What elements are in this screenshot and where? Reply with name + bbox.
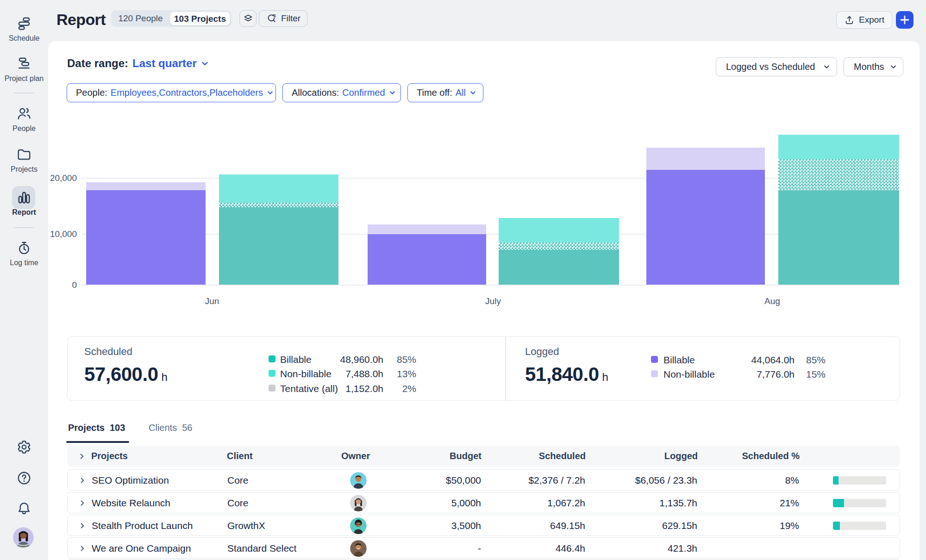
bar-segment-logged-billable	[86, 190, 206, 285]
table-row[interactable]: We are One Campaign Standard Select - 44…	[67, 537, 900, 559]
date-range-value: Last quarter	[132, 57, 197, 70]
legend-row-logged-nonbillable: Non-billable 7,776.0h 15%	[651, 369, 830, 379]
column-header-scheduled-pct[interactable]: Scheduled %	[742, 446, 800, 467]
row-expand-chevron-icon[interactable]	[79, 470, 86, 484]
sidebar-label-project-plan: Project plan	[0, 75, 48, 83]
schedule-icon	[16, 16, 32, 31]
sidebar-label-report: Report	[0, 208, 48, 217]
bar-segment-logged-nonbillable	[86, 182, 206, 190]
sidebar-label-schedule: Schedule	[0, 34, 48, 43]
row-expand-chevron-icon[interactable]	[79, 515, 86, 529]
row-expand-chevron-icon[interactable]	[79, 492, 86, 507]
page-title: Report	[56, 11, 106, 29]
sidebar-item-report[interactable]: Report	[0, 190, 48, 217]
metric-select[interactable]: Logged vs Scheduled	[716, 57, 837, 76]
filter-icon	[266, 13, 277, 24]
period-select[interactable]: Months	[844, 57, 903, 76]
logged-value: 421.3h	[668, 538, 697, 559]
layers-button[interactable]	[239, 10, 257, 27]
export-icon	[844, 15, 855, 25]
table-row[interactable]: Stealth Product Launch GrowthX 3,500h 64…	[67, 515, 900, 536]
date-range-control[interactable]: Date range: Last quarter	[67, 57, 209, 70]
project-plan-icon	[16, 56, 32, 72]
sidebar-notifications-button[interactable]	[0, 500, 48, 517]
scheduled-pct-bar	[833, 499, 886, 507]
row-expand-chevron-icon[interactable]	[79, 538, 86, 552]
float-report-page: Schedule Project plan People Projects	[0, 0, 926, 560]
sidebar-item-projects[interactable]: Projects	[0, 147, 48, 174]
bar-aug-scheduled[interactable]	[778, 135, 899, 285]
column-header-logged[interactable]: Logged	[664, 446, 698, 467]
gridline-20000	[81, 178, 900, 179]
scheduled-pct-value: 19%	[780, 515, 799, 536]
summary-card: Scheduled 57,600.0h Billable 48,960.0h 8…	[67, 336, 900, 401]
people-filter-pill[interactable]: People: Employees,Contractors,Placeholde…	[67, 83, 276, 102]
budget-value: -	[478, 538, 481, 559]
logged-value: $6,056 / 23.3h	[635, 470, 697, 491]
add-button[interactable]	[896, 11, 913, 29]
logged-value: 629.15h	[662, 515, 697, 536]
tab-clients[interactable]: Clients 56	[149, 423, 192, 433]
bar-segment-scheduled-billable	[778, 190, 899, 285]
export-label: Export	[859, 15, 884, 25]
y-axis-tick-label: 20,000	[19, 173, 77, 183]
bar-segment-logged-billable	[646, 170, 765, 285]
logged-value: 1,135.7h	[659, 492, 697, 514]
legend-row-scheduled-nonbillable: Non-billable 7,488.0h 13%	[269, 368, 421, 379]
sidebar-item-people[interactable]: People	[0, 106, 48, 133]
column-header-scheduled[interactable]: Scheduled	[539, 446, 586, 467]
scheduled-pct-value: 8%	[785, 470, 799, 491]
column-header-owner[interactable]: Owner	[341, 446, 370, 467]
filter-button[interactable]: Filter	[259, 10, 307, 27]
bar-segment-logged-nonbillable	[646, 148, 765, 169]
sidebar-divider	[13, 93, 34, 93]
date-range-label: Date range:	[67, 57, 128, 70]
metric-select-value: Logged vs Scheduled	[726, 62, 815, 72]
bar-jun-logged[interactable]	[86, 182, 206, 285]
legend-swatch-billable	[651, 356, 658, 363]
scheduled-total-value: 57,600.0h	[84, 363, 168, 386]
project-name: Website Relaunch	[92, 492, 170, 514]
table-row[interactable]: Website Relaunch Core 5,000h 1,067.2h 1,…	[67, 492, 900, 513]
legend-row-scheduled-billable: Billable 48,960.0h 85%	[269, 354, 421, 364]
tab-projects[interactable]: Projects 103	[68, 423, 125, 433]
sidebar-item-project-plan[interactable]: Project plan	[0, 56, 48, 83]
chevron-down-icon	[389, 89, 396, 96]
sidebar-help-button[interactable]	[0, 470, 48, 486]
sidebar-item-log-time[interactable]: Log time	[0, 240, 48, 267]
export-button[interactable]: Export	[836, 11, 892, 29]
column-header-projects[interactable]: Projects	[91, 446, 128, 467]
tab-projects-count: 103	[110, 423, 125, 433]
bar-segment-logged-nonbillable	[368, 224, 486, 235]
projects-icon	[16, 147, 32, 162]
bar-jun-scheduled[interactable]	[219, 174, 338, 285]
timeoff-filter-label: Time off:	[417, 87, 452, 98]
owner-avatar	[350, 495, 367, 511]
sidebar-settings-button[interactable]	[0, 439, 48, 455]
bar-july-scheduled[interactable]	[499, 218, 619, 285]
people-filter-label: People:	[76, 87, 107, 98]
budget-value: 5,000h	[451, 492, 481, 514]
sidebar-item-schedule[interactable]: Schedule	[0, 16, 48, 43]
expand-all-chevron-icon[interactable]	[78, 446, 86, 460]
project-name: Stealth Product Launch	[92, 515, 193, 536]
scheduled-value: 649.15h	[550, 515, 585, 536]
project-name: We are One Campaign	[92, 538, 191, 559]
settings-gear-icon	[16, 439, 32, 455]
toggle-people[interactable]: 120 People	[111, 10, 170, 27]
user-avatar[interactable]	[13, 527, 34, 548]
bar-july-logged[interactable]	[368, 224, 486, 285]
toggle-projects[interactable]: 103 Projects	[170, 12, 230, 25]
timeoff-filter-pill[interactable]: Time off: All	[407, 83, 483, 102]
x-axis-label-july: July	[461, 296, 526, 306]
filter-label: Filter	[281, 13, 300, 24]
scheduled-pct-bar	[833, 522, 886, 530]
column-header-budget[interactable]: Budget	[450, 446, 482, 467]
scheduled-value: 1,067.2h	[547, 492, 585, 514]
y-axis-tick-label: 10,000	[19, 229, 77, 239]
table-row[interactable]: SEO Optimization Core $50,000 $2,376 / 7…	[67, 469, 900, 491]
bar-aug-logged[interactable]	[646, 148, 765, 285]
allocations-filter-pill[interactable]: Allocations: Confirmed	[282, 83, 401, 102]
column-header-client[interactable]: Client	[227, 446, 253, 467]
notifications-bell-icon	[16, 500, 32, 517]
